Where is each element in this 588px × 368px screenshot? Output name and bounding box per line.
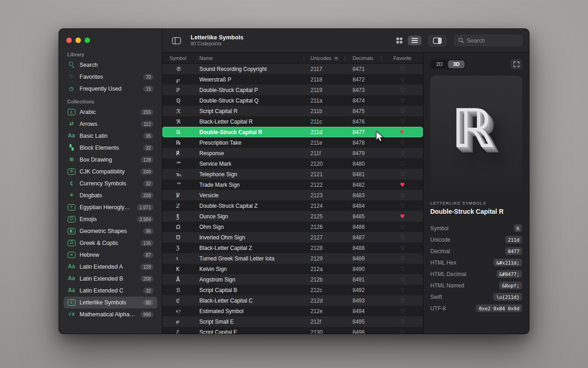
symbol-cell: ℠ xyxy=(162,161,198,167)
favorite-heart-icon[interactable]: ♡ xyxy=(382,171,423,178)
detail-panel-toggle-button[interactable] xyxy=(428,35,446,46)
table-row[interactable]: ℤDouble-Struck Capital Z21248484♡ xyxy=(162,200,423,211)
sidebar-item-search[interactable]: Search xyxy=(64,59,157,71)
table-row[interactable]: ÅAngstrom Sign212b8491♡ xyxy=(162,274,423,285)
sidebar-item-greek-coptic[interactable]: ΩGreek & Coptic135 xyxy=(64,237,157,249)
sidebar-toggle-button[interactable] xyxy=(169,35,184,46)
table-row[interactable]: KKelvin Sign212a8490♡ xyxy=(162,264,423,274)
sidebar-item-block-elements[interactable]: ▚Block Elements32 xyxy=(64,142,157,154)
symbol-3d-preview[interactable]: ℝ xyxy=(430,76,522,191)
table-row[interactable]: ℣Versicle21238483♡ xyxy=(162,190,423,200)
column-header-symbol[interactable]: Symbol xyxy=(162,55,198,61)
favorite-heart-icon[interactable]: ♡ xyxy=(382,161,423,167)
name-cell: Black-Letter Capital C xyxy=(198,298,304,304)
field-value-pill: 211d xyxy=(505,236,522,244)
table-row[interactable]: ℠Service Mark21208480♡ xyxy=(162,158,423,169)
favorite-heart-icon[interactable]: ♡ xyxy=(382,192,423,199)
favorite-heart-icon[interactable]: ♡ xyxy=(382,97,423,104)
sidebar-item-hebrew[interactable]: אHebrew87 xyxy=(64,249,157,261)
view-3d-option[interactable]: 3D xyxy=(448,60,465,68)
table-row[interactable]: ℬScript Capital B212c8492♡ xyxy=(162,285,423,295)
favorite-heart-icon[interactable]: ♥ xyxy=(382,182,423,188)
favorite-heart-icon[interactable]: ♡ xyxy=(382,266,423,272)
table-row[interactable]: ℚDouble-Struck Capital Q211a8474♡ xyxy=(162,95,423,106)
unicode-cell: 212a xyxy=(304,266,345,272)
table-row[interactable]: ℰScript Capital E21308496♡ xyxy=(162,327,423,334)
list-view-button[interactable] xyxy=(408,36,422,45)
favorite-heart-icon[interactable]: ♡ xyxy=(382,298,423,304)
sidebar-item-latin-extended-c[interactable]: AaLatin Extended C32 xyxy=(64,285,157,297)
favorite-heart-icon[interactable]: ♡ xyxy=(382,308,423,314)
table-row[interactable]: ℮Estimated Symbol212e8494♡ xyxy=(162,306,423,316)
sidebar-item-mathematical-alphanu[interactable]: √xMathematical Alphanu…996 xyxy=(64,308,157,320)
search-input[interactable] xyxy=(467,38,519,44)
table-header: Symbol Name Unicodes^ Decimals Favorite xyxy=(162,53,423,64)
column-header-decimals[interactable]: Decimals xyxy=(345,55,382,61)
grid-view-button[interactable] xyxy=(393,35,406,46)
table-row[interactable]: ℘Weierstraß P21188472♡ xyxy=(162,74,423,85)
table-row[interactable]: ℜBlack-Letter Capital R211c8476♡ xyxy=(162,116,423,127)
favorite-heart-icon[interactable]: ♡ xyxy=(382,66,423,72)
favorite-heart-icon[interactable]: ♡ xyxy=(382,203,423,209)
favorite-heart-icon[interactable]: ♡ xyxy=(382,87,423,93)
sidebar-item-latin-extended-a[interactable]: AaLatin Extended A128 xyxy=(64,261,157,273)
count-badge: 3.584 xyxy=(137,216,154,222)
sidebar-item-emojis[interactable]: ☺Emojis3.584 xyxy=(64,213,157,225)
sidebar-item-currency-symbols[interactable]: ¢Currency Symbols32 xyxy=(64,178,157,189)
sidebar-item-arrows[interactable]: ⇄Arrows112 xyxy=(64,118,157,130)
column-header-name[interactable]: Name xyxy=(198,55,304,61)
name-cell: Double-Struck Capital P xyxy=(198,87,304,93)
table-row[interactable]: ™Trade Mark Sign21228482♥ xyxy=(162,179,423,190)
name-cell: Weierstraß P xyxy=(198,76,304,83)
table-row[interactable]: ℧Inverted Ohm Sign21278487♡ xyxy=(162,232,423,243)
favorite-heart-icon[interactable]: ♡ xyxy=(382,276,423,283)
minimize-window-button[interactable] xyxy=(75,38,81,43)
sidebar-item-favorites[interactable]: ♡Favorites70 xyxy=(64,71,157,83)
view-2d-option[interactable]: 2D xyxy=(431,60,448,68)
table-rows: ℗Sound Recording Copyright21178471♡℘Weie… xyxy=(162,64,423,334)
sidebar-item-cjk-compatibility[interactable]: ※CJK Compatibility249 xyxy=(64,166,157,178)
search-field[interactable] xyxy=(454,35,523,46)
table-row[interactable]: ℭBlack-Letter Capital C212d8493♡ xyxy=(162,295,423,306)
table-row[interactable]: ΩOhm Sign21268486♡ xyxy=(162,222,423,232)
table-row[interactable]: ℥Ounce Sign21258485♥ xyxy=(162,211,423,222)
sidebar-item-basic-latin[interactable]: AaBasic Latin95 xyxy=(64,130,157,142)
sidebar-item-latin-extended-b[interactable]: AaLatin Extended B208 xyxy=(64,273,157,285)
sidebar-item-box-drawing[interactable]: ⊞Box Drawing128 xyxy=(64,154,157,166)
sidebar-item-geometric-shapes[interactable]: ◧Geometric Shapes96 xyxy=(64,225,157,237)
column-header-favorite[interactable]: Favorite xyxy=(382,55,423,61)
table-row[interactable]: ℙDouble-Struck Capital P21198473♡ xyxy=(162,85,423,95)
decimal-cell: 8483 xyxy=(345,192,382,199)
sidebar-item-letterlike-symbols[interactable]: ℓLetterlike Symbols80 xyxy=(64,297,157,308)
favorite-heart-icon[interactable]: ♡ xyxy=(382,119,423,125)
favorite-heart-icon[interactable]: ♡ xyxy=(382,140,423,146)
table-row[interactable]: ℩Turned Greek Small Letter Iota21298489♡ xyxy=(162,253,423,264)
favorite-heart-icon[interactable]: ♥ xyxy=(382,213,423,220)
favorite-heart-icon[interactable]: ♡ xyxy=(382,224,423,230)
table-row[interactable]: ℯScript Small E212f8495♡ xyxy=(162,316,423,327)
zoom-window-button[interactable] xyxy=(85,38,90,43)
favorite-heart-icon[interactable]: ♡ xyxy=(382,255,423,262)
close-window-button[interactable] xyxy=(66,38,72,43)
favorite-heart-icon[interactable]: ♡ xyxy=(382,150,423,157)
sidebar-item-frequently-used[interactable]: ◷Frequently Used15 xyxy=(64,83,157,95)
favorite-heart-icon[interactable]: ♡ xyxy=(382,245,423,251)
favorite-heart-icon[interactable]: ♡ xyxy=(382,234,423,241)
favorite-heart-icon[interactable]: ♡ xyxy=(382,287,423,293)
favorite-heart-icon[interactable]: ♡ xyxy=(382,108,423,114)
column-header-unicodes[interactable]: Unicodes^ xyxy=(304,55,345,61)
table-row[interactable]: ℨBlack-Letter Capital Z21288488♡ xyxy=(162,243,423,253)
table-row[interactable]: ℡Telephone Sign21218481♡ xyxy=(162,169,423,179)
sidebar-item-egyptian-hieroglyphs[interactable]: ☥Egyptian Hieroglyphs1.071 xyxy=(64,201,157,213)
table-row[interactable]: ℛScript Capital R211b8475♡ xyxy=(162,106,423,116)
favorite-heart-icon[interactable]: ♡ xyxy=(382,329,423,334)
table-row[interactable]: ℟Response211f8479♡ xyxy=(162,148,423,158)
sidebar-item-arabic[interactable]: عArabic255 xyxy=(64,106,157,118)
table-row[interactable]: ℗Sound Recording Copyright21178471♡ xyxy=(162,64,423,74)
favorite-heart-icon[interactable]: ♡ xyxy=(382,76,423,83)
box-drawing-icon: ⊞ xyxy=(67,157,76,162)
favorite-heart-icon[interactable]: ♥ xyxy=(382,129,423,135)
fullscreen-preview-button[interactable] xyxy=(510,59,522,69)
favorite-heart-icon[interactable]: ♡ xyxy=(382,319,423,325)
sidebar-item-dingbats[interactable]: ✳Dingbats208 xyxy=(64,189,157,201)
